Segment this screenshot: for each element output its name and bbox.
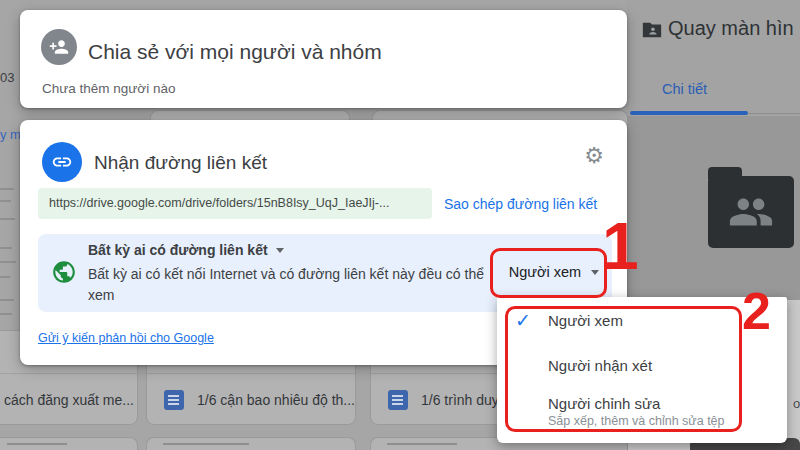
active-tab-indicator — [630, 111, 748, 115]
annotation-number-2: 2 — [742, 285, 771, 337]
text-line-placeholder — [0, 299, 14, 301]
google-docs-icon — [164, 390, 184, 410]
share-dialog-subtitle: Chưa thêm người nào — [42, 81, 176, 96]
annotation-box-step1 — [490, 248, 607, 298]
tab-details[interactable]: Chi tiết — [662, 81, 707, 97]
text-line-placeholder — [0, 247, 12, 249]
text-line-placeholder — [0, 276, 10, 278]
card-footer: cách đăng xuất me... — [0, 374, 137, 425]
card-footer: 1/6 cận bao nhiêu độ th... — [147, 374, 355, 425]
shared-folder-preview-icon — [708, 176, 794, 248]
google-docs-icon — [388, 390, 408, 410]
file-name: 1/6 cận bao nhiêu độ th... — [197, 392, 355, 408]
text-line-placeholder — [0, 261, 16, 263]
share-link-url[interactable]: https://drive.google.com/drive/folders/1… — [38, 188, 432, 219]
tab-divider — [748, 113, 800, 114]
annotation-box-step2 — [505, 306, 742, 432]
send-feedback-link[interactable]: Gửi ý kiến phản hồi cho Google — [38, 331, 214, 345]
copy-link-button[interactable]: Sao chép đường liên kết — [444, 196, 597, 212]
text-line-placeholder — [0, 200, 11, 202]
details-panel-title: Quay màn hìn — [668, 17, 794, 40]
text-line-placeholder — [0, 313, 12, 315]
gear-icon[interactable]: ⚙ — [584, 145, 604, 167]
public-globe-icon — [51, 259, 77, 289]
link-access-dropdown[interactable]: Bất kỳ ai có đường liên kết — [88, 242, 284, 258]
file-name: cách đăng xuất me... — [4, 392, 134, 408]
background-link-fragment: y m — [0, 127, 21, 142]
shared-folder-icon — [641, 19, 663, 45]
background-text-fragment: 03 — [0, 70, 14, 85]
google-drive-share-screenshot: 03 y m Quay màn hìn Chi tiết o cách đăng… — [0, 0, 800, 450]
text-line-placeholder — [0, 188, 14, 190]
annotation-number-1: 1 — [602, 213, 639, 279]
share-dialog-title: Chia sẻ với mọi người và nhóm — [88, 40, 382, 64]
background-file-card-top — [146, 437, 356, 450]
text-line-placeholder — [0, 218, 15, 220]
background-text-fragment: o — [793, 396, 800, 411]
person-add-icon — [41, 29, 77, 65]
link-access-description: Bất kỳ ai có kết nối Internet và có đườn… — [88, 264, 503, 306]
file-name: 1/6 trình duy — [421, 392, 499, 408]
chevron-down-icon — [276, 248, 284, 253]
link-icon — [42, 142, 82, 182]
background-file-card-top — [0, 437, 138, 450]
link-access-label: Bất kỳ ai có đường liên kết — [88, 242, 268, 258]
get-link-title: Nhận đường liên kết — [94, 152, 267, 174]
share-people-dialog: Chia sẻ với mọi người và nhóm Chưa thêm … — [20, 10, 627, 108]
folder-preview-area — [627, 116, 800, 300]
